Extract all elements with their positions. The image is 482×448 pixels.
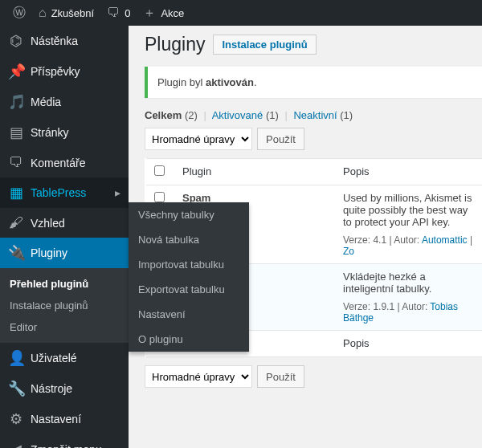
menu-comments[interactable]: 🗨Komentáře [0, 148, 129, 177]
comment-icon: 🗨 [107, 6, 120, 20]
menu-tools[interactable]: 🔧Nástroje [0, 373, 129, 404]
page-title: Pluginy [145, 34, 205, 55]
pin-icon: 📌 [8, 63, 24, 80]
menu-dashboard[interactable]: ⌬Nástěnka [0, 26, 129, 56]
admin-toolbar: ⓦ ⌂Zkušební 🗨0 ＋Akce [0, 0, 482, 26]
flyout-about[interactable]: O pluginu [129, 327, 249, 352]
author-link[interactable]: Automattic [422, 234, 468, 246]
dashboard-icon: ⌬ [8, 32, 24, 50]
comments-link[interactable]: 🗨0 [100, 6, 137, 20]
menu-users[interactable]: 👤Uživatelé [0, 343, 129, 373]
page-icon: ▤ [8, 124, 24, 141]
chevron-right-icon: ▸ [115, 186, 120, 199]
row-checkbox[interactable] [154, 192, 165, 202]
menu-settings[interactable]: ⚙Nastavení [0, 404, 129, 434]
bulk-action-select-bottom[interactable]: Hromadné úpravy [145, 365, 252, 388]
menu-pages[interactable]: ▤Stránky [0, 117, 129, 148]
table-icon: ▦ [8, 184, 24, 202]
wrench-icon: 🔧 [8, 380, 24, 397]
menu-tablepress[interactable]: ▦TablePress▸ [0, 177, 129, 208]
col-desc: Popis [335, 159, 482, 185]
menu-plugins[interactable]: 🔌Pluginy [0, 238, 129, 268]
col-plugin: Plugin [174, 159, 335, 185]
plus-icon: ＋ [143, 5, 156, 22]
tablepress-flyout: Všechny tabulky Nová tabulka Importovat … [129, 202, 249, 352]
select-all-top[interactable] [154, 165, 165, 176]
submenu-editor[interactable]: Editor [0, 316, 129, 338]
flyout-export[interactable]: Exportovat tabulku [129, 277, 249, 302]
flyout-import[interactable]: Importovat tabulku [129, 252, 249, 277]
bulk-apply-top[interactable]: Použít [257, 128, 304, 150]
submenu-overview[interactable]: Přehled pluginů [0, 273, 129, 295]
wp-logo[interactable]: ⓦ [6, 5, 32, 22]
filter-links: Celkem (2) | Aktivované (1) | Neaktivní … [145, 109, 482, 121]
filter-active[interactable]: Aktivované [212, 109, 263, 121]
submenu-install[interactable]: Instalace pluginů [0, 295, 129, 316]
media-icon: 🎵 [8, 93, 24, 111]
menu-media[interactable]: 🎵Média [0, 87, 129, 117]
menu-posts[interactable]: 📌Příspěvky [0, 56, 129, 87]
menu-collapse[interactable]: ◀Zmenšit menu [0, 434, 129, 448]
activation-notice: Plugin byl aktivován. [145, 67, 482, 98]
menu-appearance[interactable]: 🖌Vzhled [0, 208, 129, 238]
comment-count: 0 [125, 7, 130, 19]
detail-link[interactable]: Zo [343, 246, 354, 257]
wordpress-icon: ⓦ [13, 5, 26, 22]
flyout-all-tables[interactable]: Všechny tabulky [129, 202, 249, 227]
flyout-new-table[interactable]: Nová tabulka [129, 227, 249, 252]
site-name: Zkušební [51, 7, 94, 19]
user-icon: 👤 [8, 349, 24, 367]
collapse-icon: ◀ [8, 441, 24, 448]
bulk-apply-bottom[interactable]: Použít [257, 365, 304, 388]
comment-icon: 🗨 [8, 154, 24, 171]
site-link[interactable]: ⌂Zkušební [32, 6, 100, 20]
new-label: Akce [161, 7, 184, 19]
install-plugin-button[interactable]: Instalace pluginů [213, 35, 316, 55]
settings-icon: ⚙ [8, 410, 24, 428]
bulk-action-select-top[interactable]: Hromadné úpravy [145, 128, 252, 150]
brush-icon: 🖌 [8, 214, 24, 231]
flyout-settings[interactable]: Nastavení [129, 302, 249, 327]
admin-sidebar: ⌬Nástěnka 📌Příspěvky 🎵Média ▤Stránky 🗨Ko… [0, 26, 129, 448]
plugins-submenu: Přehled pluginů Instalace pluginů Editor [0, 268, 129, 343]
plugin-icon: 🔌 [8, 244, 24, 262]
new-content[interactable]: ＋Akce [137, 5, 190, 22]
home-icon: ⌂ [39, 6, 47, 20]
filter-inactive[interactable]: Neaktivní [293, 109, 337, 121]
